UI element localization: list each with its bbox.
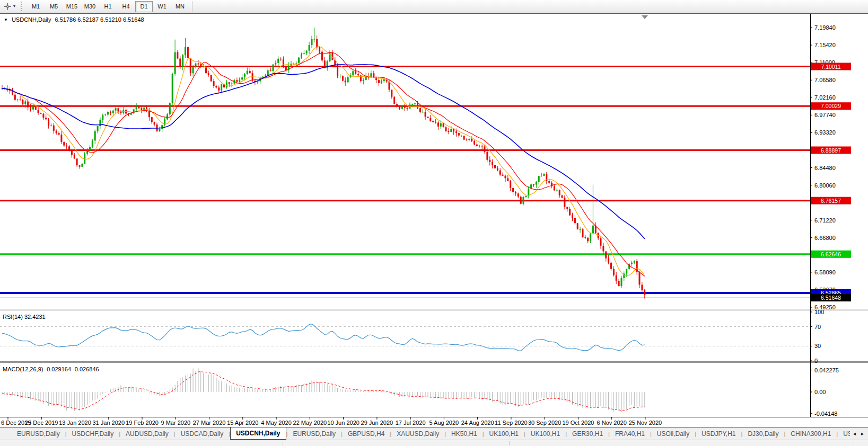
tab-uk100-h1[interactable]: UK100,H1 <box>525 427 565 440</box>
price-tick-label: 6.66800 <box>814 235 836 241</box>
toolbar: ▾ M1M5M15M30H1H4D1W1MN <box>0 0 868 13</box>
rsi-line[interactable] <box>2 324 645 351</box>
chart-title-symbol: USDCNH,Daily <box>12 16 51 23</box>
moving-averages-layer <box>2 47 645 276</box>
price-line-badge-label: 6.62646 <box>821 251 841 257</box>
date-tick-label: 13 Jan 2020 <box>59 420 91 426</box>
macd-panel: 0.0422750.00-0.04148MACD(12,26,9) -0.029… <box>2 366 839 417</box>
rsi-label: RSI(14) 32.4231 <box>3 314 46 320</box>
macd-label: MACD(12,26,9) -0.029164 -0.026846 <box>3 366 99 372</box>
tab-xauusd-daily[interactable]: XAUUSD,Daily <box>391 427 444 440</box>
macd-signal-line[interactable] <box>2 372 645 411</box>
tab-ger30-h1[interactable]: GER30,H1 <box>567 427 608 440</box>
date-tick-label: 31 Jan 2020 <box>92 420 125 426</box>
tab-fra40-h1[interactable]: FRA40,H1 <box>610 427 650 440</box>
ma-line-13[interactable] <box>2 52 645 276</box>
date-tick-label: 29 Jun 2020 <box>361 420 393 426</box>
price-axis: 7.198407.154207.110007.065807.021606.977… <box>810 24 851 310</box>
chart-window: ▼ USDCNH,Daily 6.51786 6.52187 6.51210 6… <box>0 13 868 427</box>
timeframe-buttons: M1M5M15M30H1H4D1W1MN <box>27 1 189 12</box>
tab-scroll-buttons: ◂ ▸ <box>850 427 868 440</box>
ma-line-40[interactable] <box>2 65 645 239</box>
tab-china300-h1[interactable]: CHINA300,H1 <box>785 427 836 440</box>
tab-scroll-left-icon[interactable]: ◂ <box>853 431 856 436</box>
tab-usdchf-daily[interactable]: USDCHF,Daily <box>67 427 119 440</box>
price-line-badge-label: 7.10011 <box>821 64 840 70</box>
date-tick-label: 6 Nov 2020 <box>597 420 627 426</box>
timeframe-h1[interactable]: H1 <box>99 1 117 12</box>
price-line-badge-label: 7.00029 <box>821 103 841 109</box>
date-tick-label: 22 May 2020 <box>293 420 327 426</box>
panel-frame <box>0 14 868 417</box>
timeframe-h4[interactable]: H4 <box>117 1 135 12</box>
timeframe-m30[interactable]: M30 <box>81 1 99 12</box>
date-tick-label: 30 Sep 2020 <box>528 420 561 426</box>
chart-tab-bar: EURUSD,Daily|USDCHF,Daily|AUDUSD,Daily|U… <box>0 427 868 440</box>
date-tick-label: 17 Jul 2020 <box>396 420 426 426</box>
date-tick-label: 24 Aug 2020 <box>461 420 494 426</box>
cursor-tool-button[interactable]: ▾ <box>2 2 17 12</box>
macd-tick-label: 0.042275 <box>814 367 839 373</box>
price-tick-label: 7.15420 <box>814 42 836 48</box>
date-tick-label: 25 Dec 2019 <box>25 420 58 426</box>
timeframe-d1[interactable]: D1 <box>135 1 153 12</box>
price-line-badge-label: 6.88897 <box>821 147 841 154</box>
date-tick-label: 5 Aug 2020 <box>429 420 459 426</box>
rsi-tick-label: 30 <box>814 343 821 349</box>
tab-eurusd-daily[interactable]: EURUSD,Daily <box>287 427 341 440</box>
tab-gbpusd-h4[interactable]: GBPUSD,H4 <box>343 427 390 440</box>
toolbar-separator <box>192 1 192 12</box>
chart-title: ▼ USDCNH,Daily 6.51786 6.52187 6.51210 6… <box>4 16 144 23</box>
timeframe-m5[interactable]: M5 <box>45 1 63 12</box>
chart-shift-marker-icon[interactable] <box>642 15 648 19</box>
price-tick-label: 6.84480 <box>814 165 836 171</box>
chart-canvas[interactable]: 7.198407.154207.110007.065807.021606.977… <box>0 14 868 427</box>
date-tick-label: 10 Jun 2020 <box>327 420 360 426</box>
rsi-tick-label: 70 <box>814 324 821 330</box>
rsi-tick-label: 0 <box>814 358 818 364</box>
crosshair-icon <box>4 3 12 11</box>
status-bar-separator <box>509 441 510 445</box>
date-tick-label: 15 Apr 2020 <box>227 420 258 426</box>
rsi-panel: 10070300RSI(14) 32.4231 <box>0 309 824 364</box>
ma-line-7[interactable] <box>2 47 645 276</box>
date-tick-label: 25 Nov 2020 <box>629 420 662 426</box>
tab-audusd-daily[interactable]: AUDUSD,Daily <box>120 427 174 440</box>
macd-tick-label: 0.00 <box>814 389 826 395</box>
price-line-badge-label: 6.51648 <box>821 295 841 301</box>
tab-usdjpy-h1[interactable]: USDJPY,H1 <box>696 427 741 440</box>
timeframe-mn[interactable]: MN <box>171 1 189 12</box>
tab-usdcad-daily[interactable]: USDCAD,Daily <box>176 427 229 440</box>
dropdown-caret-icon[interactable]: ▾ <box>13 4 15 8</box>
candles-layer <box>2 28 646 299</box>
macd-tick-label: -0.04148 <box>814 411 837 417</box>
status-bar <box>0 440 868 446</box>
date-tick-label: 19 Oct 2020 <box>562 420 594 426</box>
date-axis: 6 Dec 201925 Dec 201913 Jan 202031 Jan 2… <box>1 417 662 426</box>
price-tick-label: 7.06580 <box>814 77 836 83</box>
price-tick-label: 6.97740 <box>814 112 836 118</box>
chart-tabs: EURUSD,Daily|USDCHF,Daily|AUDUSD,Daily|U… <box>12 427 868 440</box>
timeframe-w1[interactable]: W1 <box>153 1 171 12</box>
price-tick-label: 7.02160 <box>814 94 836 101</box>
price-tick-label: 6.58090 <box>814 269 836 275</box>
price-tick-label: 7.19840 <box>814 24 836 31</box>
tab-usoil-daily[interactable]: USOil,Daily <box>652 427 695 440</box>
tab-uk100-h1[interactable]: UK100,H1 <box>484 427 524 440</box>
tab-hk50-h1[interactable]: HK50,H1 <box>446 427 483 440</box>
price-tick-label: 6.93320 <box>814 129 836 136</box>
rsi-tick-label: 100 <box>814 309 824 315</box>
timeframe-m1[interactable]: M1 <box>27 1 45 12</box>
date-tick-label: 9 Mar 2020 <box>161 420 190 426</box>
collapse-caret-icon[interactable]: ▼ <box>4 17 8 22</box>
date-tick-label: 4 May 2020 <box>261 420 291 426</box>
toolbar-grip[interactable] <box>21 2 23 11</box>
status-bar-separator <box>854 441 854 445</box>
price-tick-label: 6.71220 <box>814 217 836 224</box>
tab-usdcnh-daily[interactable]: USDCNH,Daily <box>230 427 286 440</box>
tab-scroll-right-icon[interactable]: ▸ <box>861 431 864 436</box>
timeframe-m15[interactable]: M15 <box>63 1 81 12</box>
tab-eurusd-daily[interactable]: EURUSD,Daily <box>12 427 65 440</box>
tab-dj30-daily[interactable]: DJ30,Daily <box>742 427 784 440</box>
date-tick-label: 11 Sep 2020 <box>495 420 528 426</box>
